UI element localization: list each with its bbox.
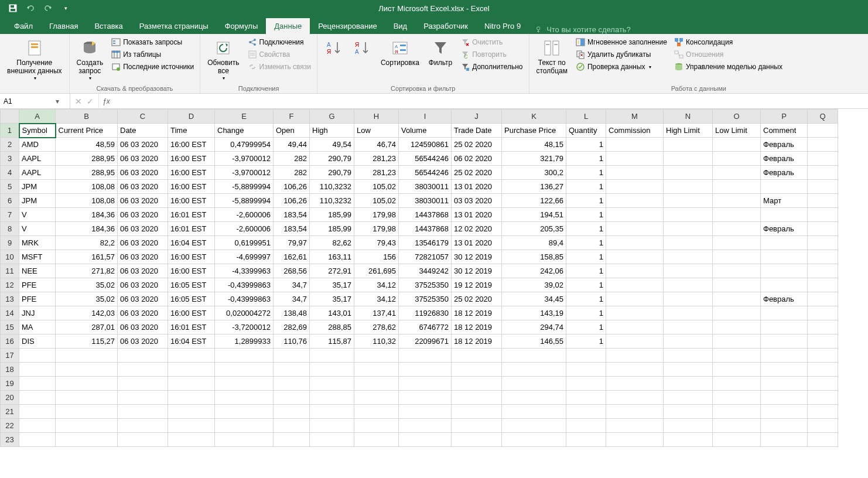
- cell[interactable]: [606, 166, 664, 180]
- cell[interactable]: -0,43999863: [215, 292, 274, 306]
- cell[interactable]: [452, 349, 502, 363]
- cell[interactable]: [606, 377, 664, 391]
- cell[interactable]: 48,15: [502, 138, 566, 152]
- cell[interactable]: [274, 433, 310, 447]
- cell[interactable]: 1: [566, 138, 606, 152]
- cell[interactable]: 12 02 2020: [452, 222, 502, 236]
- cell[interactable]: 06 03 2020: [118, 264, 168, 278]
- cell[interactable]: AMD: [19, 138, 56, 152]
- cell[interactable]: [808, 236, 838, 250]
- cell[interactable]: 34,7: [274, 278, 310, 292]
- cell[interactable]: [452, 419, 502, 433]
- cell[interactable]: 56544246: [399, 166, 452, 180]
- cell[interactable]: [606, 152, 664, 166]
- cell[interactable]: 1: [566, 180, 606, 194]
- recent-sources-button[interactable]: Последние источники: [109, 61, 196, 73]
- cell[interactable]: [19, 433, 56, 447]
- cell[interactable]: 1: [566, 236, 606, 250]
- cell[interactable]: 108,08: [56, 194, 118, 208]
- select-all-corner[interactable]: [1, 110, 19, 124]
- edit-links-button[interactable]: Изменить связи: [245, 61, 313, 73]
- cell[interactable]: 72821057: [399, 250, 452, 264]
- cell[interactable]: [19, 377, 56, 391]
- cell[interactable]: 115,27: [56, 334, 118, 349]
- cell[interactable]: Volume: [399, 124, 452, 138]
- redo-button[interactable]: [41, 2, 55, 15]
- cell[interactable]: [808, 433, 838, 447]
- cell[interactable]: [168, 405, 215, 419]
- cell[interactable]: JPM: [19, 180, 56, 194]
- cell[interactable]: 18 12 2019: [452, 306, 502, 320]
- cell[interactable]: Февраль: [761, 222, 808, 236]
- row-header[interactable]: 15: [1, 320, 19, 334]
- row-header[interactable]: 17: [1, 349, 19, 363]
- cell[interactable]: High: [310, 124, 354, 138]
- cell[interactable]: [808, 222, 838, 236]
- manage-data-model-button[interactable]: Управление моделью данных: [672, 61, 785, 73]
- cell[interactable]: [713, 180, 761, 194]
- row-header[interactable]: 19: [1, 377, 19, 391]
- cell[interactable]: [118, 433, 168, 447]
- cell[interactable]: [168, 419, 215, 433]
- cell[interactable]: [606, 180, 664, 194]
- cell[interactable]: [761, 278, 808, 292]
- cell[interactable]: [664, 320, 713, 334]
- cell[interactable]: [310, 391, 354, 405]
- cell[interactable]: [606, 320, 664, 334]
- cell[interactable]: MRK: [19, 236, 56, 250]
- cell[interactable]: [664, 391, 713, 405]
- cell[interactable]: [664, 152, 713, 166]
- cell[interactable]: 1: [566, 208, 606, 222]
- cell[interactable]: 143,19: [502, 306, 566, 320]
- cell[interactable]: 13 01 2020: [452, 180, 502, 194]
- filter-button[interactable]: Фильтр: [425, 36, 456, 84]
- cell[interactable]: V: [19, 208, 56, 222]
- cell[interactable]: 106,26: [274, 180, 310, 194]
- cell[interactable]: [713, 250, 761, 264]
- cell[interactable]: [56, 433, 118, 447]
- cell[interactable]: [664, 334, 713, 349]
- cell[interactable]: 1,2899933: [215, 334, 274, 349]
- cell[interactable]: [808, 306, 838, 320]
- cell[interactable]: 06 03 2020: [118, 250, 168, 264]
- cell[interactable]: [808, 320, 838, 334]
- cell[interactable]: [713, 377, 761, 391]
- cell[interactable]: [713, 320, 761, 334]
- cell[interactable]: [502, 433, 566, 447]
- cell[interactable]: [606, 292, 664, 306]
- cell[interactable]: [168, 363, 215, 377]
- show-queries-button[interactable]: Показать запросы: [109, 36, 196, 48]
- cell[interactable]: Time: [168, 124, 215, 138]
- connections-button[interactable]: Подключения: [245, 36, 313, 48]
- cell[interactable]: [808, 180, 838, 194]
- cell[interactable]: 35,02: [56, 278, 118, 292]
- cell[interactable]: 06 03 2020: [118, 152, 168, 166]
- row-header[interactable]: 8: [1, 222, 19, 236]
- cell[interactable]: 1: [566, 152, 606, 166]
- cell[interactable]: [606, 236, 664, 250]
- tab-разработчик[interactable]: Разработчик: [415, 18, 476, 34]
- cell[interactable]: 34,7: [274, 292, 310, 306]
- cell[interactable]: [761, 306, 808, 320]
- cell[interactable]: 82,2: [56, 236, 118, 250]
- formula-input[interactable]: [114, 94, 868, 108]
- cell[interactable]: [452, 391, 502, 405]
- cell[interactable]: [118, 391, 168, 405]
- cell[interactable]: 16:00 EST: [168, 138, 215, 152]
- cell[interactable]: 194,51: [502, 208, 566, 222]
- cell[interactable]: 184,36: [56, 208, 118, 222]
- cell[interactable]: [808, 208, 838, 222]
- cell[interactable]: 16:05 EST: [168, 278, 215, 292]
- cell[interactable]: -3,7200012: [215, 320, 274, 334]
- cell[interactable]: [808, 250, 838, 264]
- cell[interactable]: [808, 349, 838, 363]
- cell[interactable]: [452, 377, 502, 391]
- cell[interactable]: 34,12: [354, 278, 399, 292]
- cell[interactable]: [761, 264, 808, 278]
- cell[interactable]: [19, 363, 56, 377]
- column-header-M[interactable]: M: [606, 110, 664, 124]
- cell[interactable]: [606, 208, 664, 222]
- cell[interactable]: 16:00 EST: [168, 264, 215, 278]
- cell[interactable]: -2,600006: [215, 222, 274, 236]
- cell[interactable]: 108,08: [56, 180, 118, 194]
